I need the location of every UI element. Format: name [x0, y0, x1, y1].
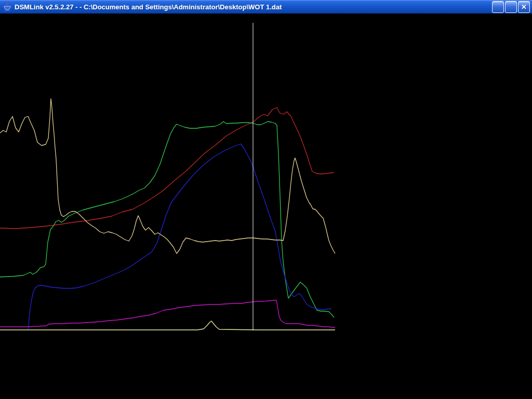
- legend-group-1: ✓RPM6684rpm✓PLXWB11.7:1: [0, 332, 532, 371]
- close-icon: ✕: [521, 3, 527, 11]
- legend-name: RPM: [0, 342, 19, 351]
- legend-value: 24.1: [33, 381, 49, 390]
- menu-edit[interactable]: Edit: [14, 14, 28, 22]
- legend-checkbox-rpm[interactable]: ✓: [0, 332, 532, 342]
- legend-row-plxwb: ✓PLXWB11.7:1: [0, 352, 532, 371]
- java-app-icon: [3, 2, 12, 11]
- window-title: DSMLink v2.5.2.27 - - C:\Documents and S…: [15, 3, 492, 11]
- close-button[interactable]: ✕: [518, 1, 530, 13]
- legend-row-airflow: ✓AirFlow43.9lb/min: [0, 390, 532, 399]
- legend-unit: rpm: [37, 342, 51, 351]
- trace-rpm: [0, 108, 334, 229]
- legend-checkbox-boostest[interactable]: ✓: [0, 371, 532, 381]
- menu-ecu-logfile[interactable]: ECU/Logfile: [55, 14, 99, 22]
- legend-unit: :1: [45, 362, 51, 370]
- legend-row-boostest: ✓BoostEst24.1-inHg/+psi: [0, 371, 532, 390]
- legend-unit: -inHg/+psi: [49, 381, 87, 390]
- legend-row-rpm: ✓RPM6684rpm: [0, 332, 532, 352]
- legend-checkbox-airflow[interactable]: ✓: [0, 390, 532, 399]
- menu-bar: FileEditDisplayECU/Logfile: [0, 14, 532, 23]
- legend-name: PLXWB: [0, 362, 29, 370]
- trace-boostest: [0, 122, 334, 317]
- legend-group-2: ✓BoostEst24.1-inHg/+psi✓AirFlow43.9lb/mi…: [0, 371, 532, 399]
- menu-file[interactable]: File: [0, 14, 14, 22]
- legend-checkbox-plxwb[interactable]: ✓: [0, 352, 532, 362]
- log-trace-plot: [0, 23, 532, 330]
- title-bar[interactable]: DSMLink v2.5.2.27 - - C:\Documents and S…: [0, 0, 532, 14]
- trace-airflow: [0, 300, 335, 327]
- legend-panel: ✓RPM6684rpm✓PLXWB11.7:1✓BoostEst24.1-inH…: [0, 332, 532, 399]
- trace-hp: [28, 144, 331, 330]
- menu-display[interactable]: Display: [28, 14, 55, 22]
- dsmlink-window: DSMLink v2.5.2.27 - - C:\Documents and S…: [0, 0, 532, 399]
- minimize-button[interactable]: [492, 1, 504, 13]
- legend-name: BoostEst: [0, 381, 33, 390]
- trace-knock: [0, 321, 335, 330]
- chart-area[interactable]: [0, 23, 532, 332]
- legend-value: 6684: [19, 342, 37, 351]
- window-controls: ✕: [492, 1, 530, 13]
- legend-value: 11.7: [29, 362, 45, 370]
- maximize-button[interactable]: [505, 1, 517, 13]
